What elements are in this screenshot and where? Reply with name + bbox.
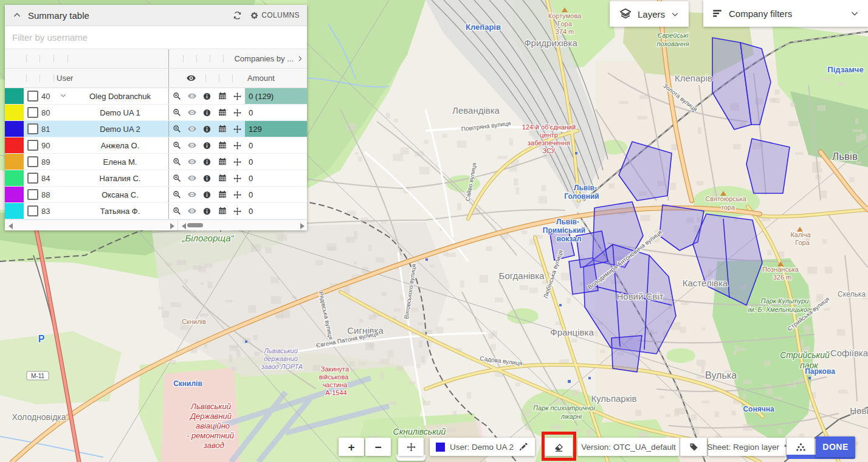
table-row[interactable]: 90 Анжела О. 0 [5,137,307,154]
row-checkbox[interactable] [27,123,38,134]
refresh-button[interactable] [231,9,244,22]
tag-button[interactable] [680,438,707,456]
table-row[interactable]: 80 Demo UA 1 0 [5,105,307,121]
row-checkbox[interactable] [27,91,38,102]
user-color-swatch[interactable] [5,154,24,170]
visibility-eye-icon[interactable] [184,108,199,117]
info-icon[interactable] [199,108,215,117]
layers-button[interactable]: Layers [610,1,689,27]
table-row[interactable]: 83 Татьяна Ф. 0 [5,203,307,219]
user-color-swatch[interactable] [5,203,24,219]
info-icon[interactable] [199,157,215,167]
scroll-right-arrow[interactable] [170,223,174,229]
table-row[interactable]: 84 Наталия С. 0 [5,170,307,187]
zoom-to-user-icon[interactable] [169,140,184,150]
info-icon[interactable] [199,92,215,101]
scroll-right-arrow-2[interactable] [300,223,305,229]
collapse-chevron-icon[interactable] [11,9,23,21]
row-expand-chevron-icon[interactable] [60,141,72,150]
calendar-icon[interactable] [215,140,230,150]
calendar-icon[interactable] [215,91,230,101]
zoom-to-user-icon[interactable] [169,124,184,134]
username-filter-input[interactable] [5,32,307,43]
visibility-eye-icon[interactable] [184,157,199,167]
user-color-swatch[interactable] [5,137,24,153]
calendar-icon[interactable] [215,206,230,216]
brush-icon[interactable] [518,441,529,452]
move-icon[interactable] [230,125,245,134]
zoom-to-user-icon[interactable] [169,173,184,183]
calendar-icon[interactable] [215,108,230,117]
visibility-column-header-eye-icon[interactable] [186,73,196,85]
zoom-to-user-icon[interactable] [169,91,184,101]
svg-text:Державний: Державний [189,412,232,421]
row-expand-chevron-icon[interactable] [60,108,72,117]
zoom-to-user-icon[interactable] [169,206,184,216]
user-color-swatch[interactable] [5,88,24,104]
table-row[interactable]: 88 Оксана С. 0 [5,187,307,203]
row-checkbox[interactable] [27,189,38,200]
zoom-to-user-icon[interactable] [169,190,184,199]
move-icon[interactable] [230,92,245,101]
user-color-swatch[interactable] [5,187,24,202]
group-expand-icon[interactable] [296,55,304,64]
calendar-icon[interactable] [215,124,230,134]
sheet-bar[interactable]: Sheet: Region layer * [708,438,786,456]
calendar-icon[interactable] [215,157,230,167]
eraser-button[interactable] [545,438,573,456]
visibility-eye-icon[interactable] [184,140,199,150]
visibility-eye-icon[interactable] [184,190,199,199]
row-checkbox[interactable] [27,107,38,118]
row-expand-chevron-icon[interactable] [60,125,72,134]
info-icon[interactable] [199,190,215,199]
map-zoom-in-button[interactable]: + [339,438,364,456]
row-checkbox[interactable] [27,173,38,184]
chart-button[interactable] [787,438,815,456]
row-checkbox[interactable] [27,140,38,151]
visibility-eye-icon[interactable] [184,124,199,134]
move-icon[interactable] [230,207,245,216]
table-row[interactable]: 89 Елена М. 0 [5,154,307,170]
columns-button[interactable]: COLUMNS [249,10,301,21]
row-checkbox[interactable] [27,205,38,216]
scroll-left-arrow[interactable] [9,223,13,229]
info-icon[interactable] [199,207,215,216]
move-icon[interactable] [230,174,245,183]
row-expand-chevron-icon[interactable] [60,190,72,199]
svg-text:Вулька: Вулька [705,370,737,381]
move-icon[interactable] [230,141,245,150]
visibility-eye-icon[interactable] [184,91,199,101]
company-filters-dropdown[interactable]: Company filters [703,0,868,27]
info-icon[interactable] [199,141,215,150]
calendar-icon[interactable] [215,173,230,183]
user-color-swatch[interactable] [5,170,24,186]
row-checkbox[interactable] [27,156,38,167]
move-icon[interactable] [230,157,245,167]
map-zoom-out-button[interactable]: − [365,438,391,456]
info-icon[interactable] [199,125,215,134]
row-expand-chevron-icon[interactable] [60,174,72,183]
info-icon[interactable] [199,174,215,183]
user-color-swatch[interactable] [5,121,24,137]
amount-column-header[interactable]: Amount [247,74,275,83]
table-row[interactable]: 81 Demo UA 2 129 [5,121,307,137]
recenter-button[interactable] [398,438,424,456]
calendar-icon[interactable] [215,190,230,199]
row-expand-chevron-icon[interactable] [60,92,72,101]
zoom-to-user-icon[interactable] [169,108,184,117]
version-bar[interactable]: Version: OTC_UA_default [577,438,680,456]
row-expand-chevron-icon[interactable] [60,157,72,167]
visibility-eye-icon[interactable] [184,206,199,216]
move-icon[interactable] [230,190,245,199]
scrollbar-thumb[interactable] [187,223,203,227]
current-user-bar[interactable]: User: Demo UA 2 [430,438,535,456]
row-expand-chevron-icon[interactable] [60,207,72,216]
table-row[interactable]: 40 Oleg Dobranchuk 0 (129) [5,88,307,105]
move-icon[interactable] [230,108,245,117]
zoom-to-user-icon[interactable] [169,157,184,167]
user-color-swatch[interactable] [5,105,24,120]
done-button[interactable]: DONE [816,436,855,457]
scroll-left-arrow-2[interactable] [182,223,186,229]
user-column-header[interactable]: User [57,74,73,83]
visibility-eye-icon[interactable] [184,173,199,183]
